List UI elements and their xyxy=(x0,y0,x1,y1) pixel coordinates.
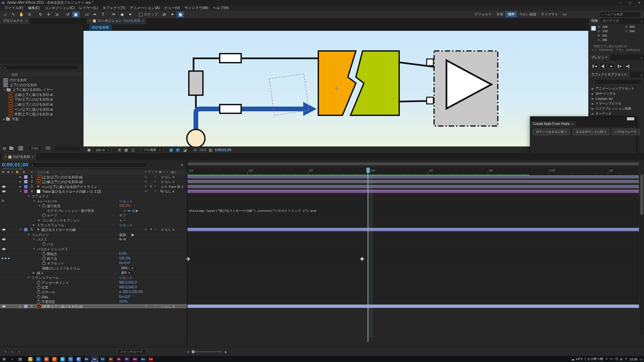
effects-category[interactable]: ▶エクスプレッション制御 xyxy=(589,106,644,111)
brush-tool-icon[interactable]: ✏ xyxy=(110,11,118,17)
row-left[interactable]: エクスプレッション : 進行状況＝ ⋉ ◎ ▶ xyxy=(0,208,187,213)
snap-checkbox[interactable] xyxy=(139,13,143,16)
row-left[interactable]: ◀ ◆ ▶終了点100.0% xyxy=(0,256,187,261)
project-scroll-pill[interactable] xyxy=(54,146,80,150)
property-name[interactable]: 終了点 xyxy=(47,256,57,261)
stopwatch-icon[interactable] xyxy=(42,257,46,260)
menu-item[interactable]: エフェクト(T) xyxy=(100,6,127,10)
taskbar-app-illustrator[interactable]: Ai xyxy=(107,356,114,362)
shy-switch-icon[interactable]: ☺ xyxy=(144,189,147,193)
twirl-icon[interactable]: ▶ xyxy=(19,180,21,183)
timeline-footer-icon[interactable]: ◲ xyxy=(16,349,22,354)
row-track[interactable] xyxy=(187,218,639,223)
menu-item[interactable]: 編集(E) xyxy=(25,6,42,10)
property-value[interactable]: リセット xyxy=(119,199,133,204)
parent-link-dropdown[interactable]: ◎なし ∨ xyxy=(161,175,186,179)
pickwhip-icon[interactable]: ◎ xyxy=(161,180,164,183)
stopwatch-icon[interactable] xyxy=(42,262,46,265)
row-track[interactable] xyxy=(187,270,639,275)
row-left[interactable]: ▶線 1通常 ∨ xyxy=(0,270,187,275)
parent-link-dropdown[interactable]: ◎なし ∨ xyxy=(161,189,186,194)
maximize-button[interactable]: ▢ xyxy=(625,0,635,5)
row-track[interactable] xyxy=(187,237,639,242)
switch-mode-toggle[interactable]: スイッチ/モード xyxy=(117,349,146,355)
play-button[interactable]: ▶ xyxy=(608,63,615,69)
row-track[interactable] xyxy=(187,280,639,285)
keyframe-diamond[interactable] xyxy=(360,257,364,261)
cti-handle[interactable] xyxy=(366,168,370,173)
collapse-switch-icon[interactable]: ☀ xyxy=(150,228,152,231)
property-name[interactable]: 線 1 xyxy=(37,271,43,276)
effects-search-input[interactable]: ⌕ xyxy=(591,79,642,84)
row-track[interactable] xyxy=(187,275,639,280)
always-preview-icon[interactable]: ▣ xyxy=(87,148,91,152)
twirl-icon[interactable]: ▼ xyxy=(28,276,30,279)
row-track[interactable] xyxy=(187,295,639,299)
layer-name[interactable]: ペン/上下に延びる矢印アウトライン xyxy=(42,185,97,189)
column-header-icon[interactable]: ◉ xyxy=(2,170,4,173)
property-name[interactable]: 開始点 xyxy=(47,252,57,256)
current-timecode[interactable]: 0;00;01;00 xyxy=(2,162,28,167)
quality-switch-icon[interactable]: ∕ xyxy=(155,185,156,188)
transparency-grid-icon[interactable]: ◩ xyxy=(175,148,180,152)
region-of-interest-icon[interactable]: ▣ xyxy=(169,148,173,152)
shy-switch-icon[interactable]: ☺ xyxy=(144,228,147,231)
property-row[interactable]: ▼エフェクト xyxy=(0,194,639,198)
pickwhip-icon[interactable]: ◎ xyxy=(161,189,164,193)
row-left[interactable]: ループオフ xyxy=(0,213,187,218)
tray-icon[interactable]: A xyxy=(625,357,627,361)
property-row[interactable]: ▼トランスフォームリセット xyxy=(0,275,639,280)
row-left[interactable]: ▼コンテンツ追加:▶ xyxy=(0,232,187,237)
row-track[interactable] xyxy=(187,256,639,261)
row-track[interactable] xyxy=(187,266,639,270)
workspace-小さい画面[interactable]: 小さい画面 xyxy=(517,11,538,17)
snapshot-camera-icon[interactable]: ▧ xyxy=(208,148,213,152)
nulls-panel-grip[interactable] xyxy=(530,117,636,121)
property-value[interactable]: オフ xyxy=(119,213,126,218)
row-track[interactable] xyxy=(187,184,639,189)
workspace-デフォルト[interactable]: デフォルト xyxy=(472,11,494,17)
layer-row[interactable]: ▶6A[背景/上下に延びる矢印.ai]☺∕◎なし ∨ xyxy=(0,304,639,309)
row-left[interactable]: ▼エフェクト xyxy=(0,194,187,198)
twirl-icon[interactable]: ▼ xyxy=(19,228,22,231)
collapse-switch-icon[interactable]: ☀ xyxy=(150,185,152,188)
layer-duration-bar[interactable] xyxy=(187,305,639,308)
quality-switch-icon[interactable]: ∕ xyxy=(155,175,156,178)
row-track[interactable] xyxy=(187,261,639,265)
snap-toggle[interactable]: スナップ xyxy=(139,12,158,17)
nulls-button[interactable]: パスをトレース xyxy=(612,129,640,135)
workspace-ライブラリ[interactable]: ライブラリ xyxy=(539,11,560,17)
taskbar-app-firefox[interactable]: F xyxy=(51,356,58,362)
parent-link-dropdown[interactable]: ◎4. Trace 延 ∨ xyxy=(161,185,186,189)
property-row[interactable]: エクスプレッション : 進行状況＝ ⋉ ◎ ▶ xyxy=(0,208,639,213)
layer-name[interactable]: 延びるストロークの線 xyxy=(42,228,76,232)
safe-frames-icon[interactable]: ⊞ xyxy=(117,148,121,152)
property-name[interactable]: スケール xyxy=(42,290,55,295)
effects-category[interactable]: ▶アニメーションプリセット xyxy=(589,86,644,91)
audio-panel-tab[interactable]: オーディオ xyxy=(600,18,621,24)
camera-3d-view-icon[interactable]: ◪ xyxy=(182,148,187,152)
property-value[interactable]: 100.0% xyxy=(119,256,130,260)
composition-panel-tab[interactable]: × コンポジション のびる矢印 ≡ xyxy=(87,17,146,24)
layer-row[interactable]: ▶1A[上矢/上下にのびる矢印.ai]☺∕◎なし ∨ xyxy=(0,175,639,179)
nulls-button[interactable]: ポイントはヌルに従う xyxy=(533,129,570,135)
taskbar-app-bridge[interactable]: Br xyxy=(83,356,90,362)
property-row[interactable]: 回転0x+0.0° xyxy=(0,295,639,299)
property-name[interactable]: トランスフォーム xyxy=(37,223,64,228)
layer-name[interactable]: [上矢/上下にのびる矢印.ai] xyxy=(42,175,83,180)
quality-switch-icon[interactable]: ∕ xyxy=(155,304,156,308)
property-row[interactable]: 不透明度100% xyxy=(0,299,639,304)
property-name[interactable]: コンポジットオプション xyxy=(42,218,80,223)
row-left[interactable]: ▼進行状況100.0% xyxy=(0,203,187,208)
row-left[interactable]: スケール∞ 100.0,100.0% xyxy=(0,290,187,294)
stopwatch-icon[interactable] xyxy=(42,214,46,217)
menu-item[interactable]: アニメーション(A) xyxy=(127,6,162,10)
layer-row[interactable]: ▼5★延びるストロークの線☺☀∕◎なし ∨ xyxy=(0,227,639,232)
row-left[interactable]: 不透明度100% xyxy=(0,299,187,304)
row-track[interactable] xyxy=(187,194,639,198)
layer-label-swatch[interactable] xyxy=(24,175,28,179)
pen-tool-icon[interactable]: ✒ xyxy=(91,11,99,17)
property-row[interactable]: ▼コンテンツ追加:▶ xyxy=(0,232,639,237)
panel-menu-icon[interactable]: ≡ xyxy=(639,73,644,77)
layer-duration-bar[interactable] xyxy=(187,175,639,179)
